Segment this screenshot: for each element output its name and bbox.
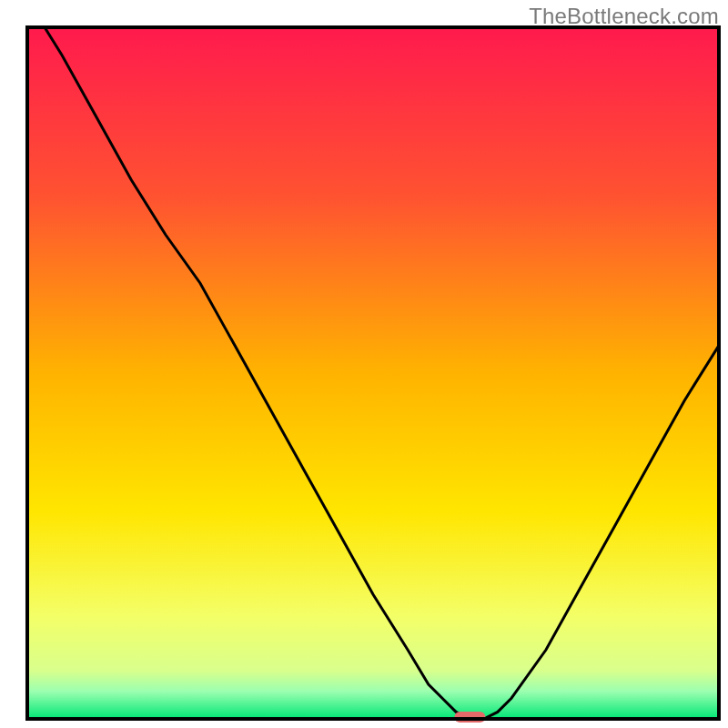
- watermark-text: TheBottleneck.com: [529, 4, 719, 29]
- chart-container: TheBottleneck.com: [0, 0, 728, 728]
- plot-area: [27, 27, 719, 723]
- bottleneck-chart: [0, 0, 728, 728]
- gradient-background: [27, 27, 719, 719]
